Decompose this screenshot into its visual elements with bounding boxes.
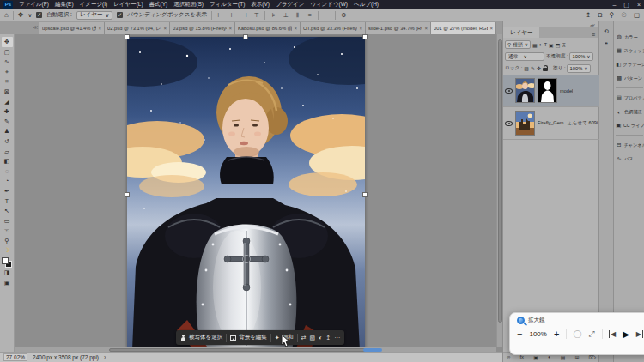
panel-gradients[interactable]: ◧グラデーシ... (614, 57, 644, 71)
align-left-icon[interactable]: ⊢ (216, 12, 224, 19)
zoom-in-button[interactable]: + (554, 329, 559, 339)
lasso-tool[interactable]: ∿ (2, 57, 13, 67)
panel-patterns[interactable]: ▩パターン (614, 71, 644, 85)
filter-pin-icon[interactable]: ⊼ (562, 42, 565, 48)
hand-tool[interactable]: ☜ (2, 226, 13, 236)
align-middle-icon[interactable]: ⊧ (270, 12, 277, 19)
layer-mask-thumbnail[interactable] (538, 78, 557, 103)
show-bounding-box-checkbox[interactable]: ✓ (117, 12, 123, 18)
menu-filter[interactable]: フィルター(T) (210, 1, 245, 9)
panel-color[interactable]: ◍カラー (614, 30, 644, 44)
lock-all-icon[interactable] (543, 68, 548, 72)
move-tool-chevron-icon[interactable]: ∨ (28, 12, 33, 19)
object-selection-tool[interactable]: ⌖ (2, 67, 13, 77)
menu-edit[interactable]: 編集(E) (55, 1, 74, 9)
adjustment-icon[interactable]: ◐ (319, 335, 322, 341)
menu-window[interactable]: ウィンドウ(W) (310, 1, 348, 9)
close-tab-icon[interactable]: × (359, 26, 362, 31)
auto-select-checkbox[interactable]: ✓ (36, 12, 42, 18)
status-zoom-field[interactable]: 27.02% (3, 353, 27, 361)
share-icon[interactable]: ↥ (586, 11, 591, 19)
eraser-tool[interactable]: ▱ (2, 147, 13, 157)
distribute-h-icon[interactable]: ⫴ (294, 12, 301, 19)
path-selection-tool[interactable]: ↖ (2, 206, 13, 216)
read-play-button[interactable]: ▶ (623, 329, 629, 339)
clone-stamp-tool[interactable]: ♟ (2, 126, 13, 136)
tab-kabosu-psd[interactable]: Kabosu.psd @ 86.6% (削除ツー...× (235, 22, 301, 34)
crop-icon[interactable]: ▧ (310, 335, 316, 341)
comment-icon[interactable]: ❝ (605, 41, 608, 48)
close-tab-icon[interactable]: × (294, 26, 297, 31)
menu-file[interactable]: ファイル(F) (19, 1, 49, 9)
minimize-icon[interactable]: – (612, 0, 616, 9)
vertical-scrollbar[interactable] (496, 34, 502, 347)
align-center-icon[interactable]: ⊦ (228, 12, 236, 19)
layer-filter-dropdown[interactable]: ⚲ 種類 ∨ (505, 40, 531, 49)
gear-icon[interactable]: ⚙ (340, 12, 348, 19)
more-options-icon[interactable]: ⋯ (323, 12, 331, 19)
close-tab-icon[interactable]: × (163, 26, 167, 31)
tab-overflow-icon[interactable]: ≪ (33, 24, 38, 30)
layers-tab[interactable]: レイヤー (503, 27, 539, 38)
menu-type[interactable]: 書式(Y) (149, 1, 168, 9)
menu-layer[interactable]: レイヤー(L) (113, 1, 143, 9)
read-next-button[interactable]: ▶ (636, 330, 643, 338)
brush-tool[interactable]: ✎ (2, 117, 13, 127)
filter-shape-icon[interactable]: ▣ (549, 42, 554, 48)
lock-transparency-icon[interactable]: ▨ (524, 65, 529, 71)
link-layers-icon[interactable]: ∞ (507, 354, 510, 359)
tab-02-psd[interactable]: 02.psd @ 73.1% (04, レイヤーT...× (105, 22, 170, 34)
transform-handle-top-left[interactable] (125, 34, 130, 39)
layer-row-model[interactable]: model (503, 75, 599, 107)
layer-thumbnail[interactable] (515, 78, 535, 103)
filter-adjustment-icon[interactable]: ◐ (539, 42, 543, 47)
close-tab-icon[interactable]: × (228, 26, 232, 31)
panel-paths[interactable]: ∿パス (614, 152, 644, 166)
transform-handle-middle-left[interactable] (125, 192, 130, 197)
align-right-icon[interactable]: ⊣ (240, 12, 248, 19)
layer-row-firefly[interactable]: Firefly_Gem...ふらせて 609014 (503, 107, 599, 140)
zoom-out-button[interactable]: − (517, 329, 522, 339)
export-icon[interactable]: ↥ (325, 335, 331, 341)
transform-handle-middle-right[interactable] (362, 192, 368, 197)
tab-03-psd[interactable]: 03.psd @ 15.8% (Firefly4x, RG...× (170, 22, 235, 34)
history-icon[interactable]: ⟲ (604, 28, 609, 35)
move-tool[interactable]: ✥ (2, 37, 13, 47)
history-brush-tool[interactable]: ↺ (2, 136, 13, 147)
crop-tool[interactable]: ⌗ (2, 76, 13, 87)
blend-mode-dropdown[interactable]: 通常 ∨ (505, 52, 544, 61)
fullscreen-icon[interactable]: ⤢ (589, 329, 595, 339)
layer-visibility-icon[interactable] (505, 88, 513, 94)
gradient-tool[interactable]: ◧ (2, 156, 13, 166)
panel-channels[interactable]: ⊟チャンネル (614, 138, 644, 152)
menu-view[interactable]: 表示(V) (251, 1, 270, 9)
panel-adjustments[interactable]: ◐色調補正 (614, 105, 644, 118)
select-subject-button[interactable]: 被写体を選択 (180, 334, 222, 341)
close-tab-icon[interactable]: × (424, 26, 428, 31)
menu-select[interactable]: 選択範囲(S) (173, 1, 204, 9)
panel-swatches[interactable]: ▦スウォッチ (614, 44, 644, 57)
marquee-tool[interactable]: ▢ (2, 47, 13, 57)
tab-001-active[interactable]: 001 @ 27% (model, RGB/8) *× (431, 22, 496, 34)
panel-cc-libraries[interactable]: ▣CC ライブ... (614, 118, 644, 132)
type-tool[interactable]: T (2, 196, 13, 207)
bell-icon[interactable]: Ω (598, 11, 603, 19)
rectangle-tool[interactable]: ▭ (2, 216, 13, 226)
lock-pixels-icon[interactable]: ✎ (531, 65, 535, 71)
lens-view-icon[interactable]: ◯ (574, 329, 582, 338)
workspace-icon[interactable]: ▢ (634, 11, 640, 19)
distribute-v-icon[interactable]: ≡ (306, 12, 313, 18)
screen-mode-icon[interactable]: ▣ (2, 278, 13, 288)
close-icon[interactable]: × (637, 0, 641, 9)
tab-upscale-psd[interactable]: upscale.psd @ 41.4% (元画像...× (39, 22, 105, 34)
close-tab-icon[interactable]: × (489, 26, 493, 31)
search-icon[interactable]: ⚲ (610, 11, 615, 19)
eyedropper-tool[interactable]: ◢ (2, 97, 13, 107)
quick-mask-icon[interactable]: ◨ (2, 268, 13, 278)
layer-thumbnail[interactable] (515, 111, 535, 136)
edit-background-button[interactable]: 背景を編集 (230, 334, 267, 341)
lock-position-icon[interactable]: ✥ (537, 65, 541, 71)
pen-tool[interactable]: ✒ (2, 186, 13, 196)
discover-icon[interactable]: ☉ (621, 11, 627, 19)
magnifier-window[interactable]: 拡大鏡 − 100% + ◯ ⤢ ◀ ▶ ▶ (509, 312, 644, 355)
